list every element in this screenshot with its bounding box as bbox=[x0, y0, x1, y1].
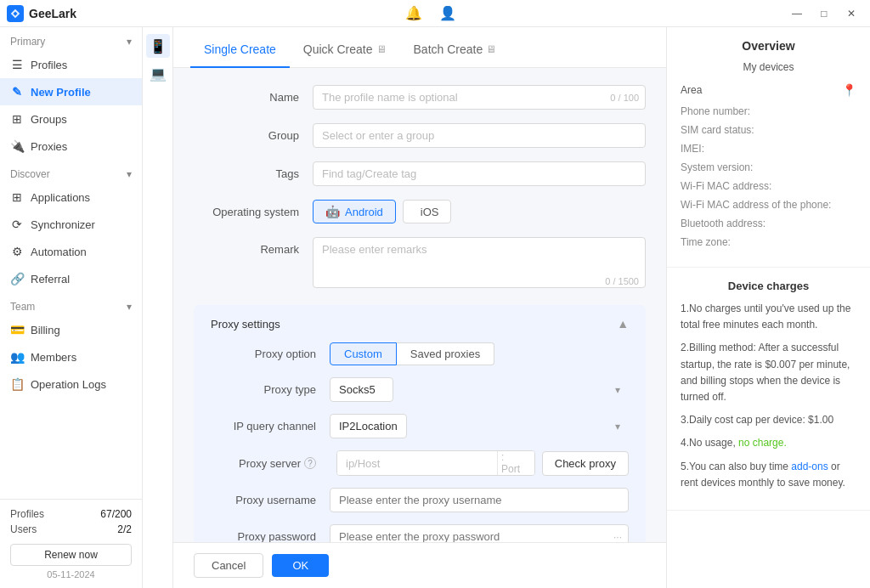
users-count-label: Users bbox=[10, 523, 37, 535]
charge-item-1: 1.No charges until you've used up the to… bbox=[681, 301, 856, 333]
sidebar-label-automation: Automation bbox=[31, 246, 87, 258]
timezone-row: Time zone: bbox=[681, 236, 856, 248]
ip-query-label: IP query channel bbox=[211, 420, 330, 433]
name-control: 0 / 100 bbox=[313, 85, 646, 110]
tags-input[interactable] bbox=[313, 161, 646, 186]
phone-device-button[interactable]: 📱 bbox=[146, 34, 170, 58]
ok-button[interactable]: OK bbox=[272, 554, 329, 577]
group-label: Group bbox=[194, 123, 313, 142]
sidebar-item-members[interactable]: 👥 Members bbox=[0, 343, 142, 370]
name-label: Name bbox=[194, 85, 313, 104]
remark-label: Remark bbox=[194, 237, 313, 256]
sidebar-item-proxies[interactable]: 🔌 Proxies bbox=[0, 133, 142, 160]
sidebar-section-primary: Primary ▾ bbox=[0, 27, 142, 51]
server-host-input[interactable] bbox=[337, 451, 497, 475]
password-toggle-icon[interactable]: ··· bbox=[613, 531, 622, 543]
sidebar-section-team: Team ▾ bbox=[0, 292, 142, 316]
billing-icon: 💳 bbox=[10, 323, 24, 336]
tags-label: Tags bbox=[194, 161, 313, 180]
location-icon[interactable]: 📍 bbox=[842, 83, 856, 97]
cancel-button[interactable]: Cancel bbox=[194, 553, 263, 578]
proxy-username-row: Proxy username bbox=[211, 488, 629, 512]
charge-item-3: 3.Daily cost cap per device: $1.00 bbox=[681, 412, 856, 428]
sidebar-label-referral: Referral bbox=[31, 273, 70, 286]
proxy-username-input[interactable] bbox=[330, 488, 629, 512]
proxy-password-label: Proxy password bbox=[211, 530, 330, 542]
server-port-input[interactable] bbox=[523, 451, 535, 475]
profiles-icon: ☰ bbox=[10, 58, 24, 71]
sidebar-label-groups: Groups bbox=[31, 113, 67, 126]
quick-create-icon: 🖥 bbox=[376, 43, 387, 55]
ip-query-select-wrapper: IP2Location IPinfo ipapi bbox=[330, 414, 629, 438]
charge-item-5: 5.You can also buy time add-ons or rent … bbox=[681, 459, 856, 491]
profiles-count-label: Profiles bbox=[10, 508, 44, 520]
wifi-mac-phone-row: Wi-Fi MAC address of the phone: bbox=[681, 199, 856, 211]
sidebar-label-new-profile: New Profile bbox=[31, 86, 91, 99]
device-charges-section: Device charges 1.No charges until you've… bbox=[667, 268, 870, 511]
notification-icon[interactable]: 🔔 bbox=[402, 2, 426, 25]
proxy-settings-section: Proxy settings ▲ Proxy option Custom Sav… bbox=[194, 305, 646, 542]
tags-control bbox=[313, 161, 646, 186]
maximize-button[interactable]: □ bbox=[812, 4, 836, 23]
remark-input[interactable] bbox=[313, 237, 646, 288]
group-input[interactable] bbox=[313, 123, 646, 148]
os-row: Operating system 🤖 Android iOS bbox=[194, 200, 646, 223]
ip-query-select[interactable]: IP2Location IPinfo ipapi bbox=[330, 414, 407, 438]
sidebar-item-applications[interactable]: ⊞ Applications bbox=[0, 184, 142, 211]
custom-proxy-button[interactable]: Custom bbox=[330, 342, 397, 365]
os-label: Operating system bbox=[194, 200, 313, 218]
app-logo bbox=[7, 5, 24, 22]
remark-count: 0 / 1500 bbox=[605, 276, 639, 286]
renew-button[interactable]: Renew now bbox=[10, 544, 132, 566]
proxy-type-select[interactable]: Socks5 HTTP HTTPS SOCKS4 bbox=[330, 377, 393, 402]
sidebar-item-billing[interactable]: 💳 Billing bbox=[0, 316, 142, 343]
profiles-count-value: 67/200 bbox=[100, 508, 132, 520]
bluetooth-row: Bluetooth address: bbox=[681, 218, 856, 229]
content-area: 📱 💻 Single Create Quick Create 🖥 Batch C… bbox=[143, 27, 870, 588]
timezone-label: Time zone: bbox=[681, 236, 731, 248]
sidebar-item-profiles[interactable]: ☰ Profiles bbox=[0, 51, 142, 78]
minimize-button[interactable]: — bbox=[785, 4, 809, 23]
tab-quick-create[interactable]: Quick Create 🖥 bbox=[290, 32, 400, 68]
device-switcher: 📱 💻 bbox=[143, 27, 173, 588]
proxies-icon: 🔌 bbox=[10, 139, 24, 153]
automation-icon: ⚙ bbox=[10, 245, 24, 258]
user-icon[interactable]: 👤 bbox=[436, 2, 460, 25]
sidebar-item-referral[interactable]: 🔗 Referral bbox=[0, 265, 142, 292]
wifi-mac-label: Wi-Fi MAC address: bbox=[681, 180, 771, 192]
close-button[interactable]: ✕ bbox=[839, 4, 863, 23]
sim-card-row: SIM card status: bbox=[681, 124, 856, 136]
tab-single-create[interactable]: Single Create bbox=[190, 32, 290, 68]
sidebar-item-new-profile[interactable]: ✎ New Profile bbox=[0, 78, 142, 105]
app-body: Primary ▾ ☰ Profiles ✎ New Profile ⊞ Gro… bbox=[0, 27, 870, 588]
proxy-password-row: Proxy password ··· bbox=[211, 524, 629, 542]
bluetooth-label: Bluetooth address: bbox=[681, 218, 765, 229]
system-version-label: System version: bbox=[681, 161, 753, 173]
name-row: Name 0 / 100 bbox=[194, 85, 646, 110]
new-profile-icon: ✎ bbox=[10, 85, 24, 99]
proxy-password-input[interactable] bbox=[330, 524, 629, 542]
android-button[interactable]: 🤖 Android bbox=[313, 200, 396, 223]
proxy-option-label: Proxy option bbox=[211, 348, 330, 360]
sidebar-item-groups[interactable]: ⊞ Groups bbox=[0, 105, 142, 133]
sidebar-label-applications: Applications bbox=[31, 191, 90, 204]
overview-section: Overview My devices Area 📍 Phone number:… bbox=[667, 27, 870, 268]
area-row: Area 📍 bbox=[681, 83, 856, 97]
sidebar-item-synchronizer[interactable]: ⟳ Synchronizer bbox=[0, 211, 142, 238]
tab-batch-create[interactable]: Batch Create 🖥 bbox=[400, 32, 511, 68]
sim-card-label: SIM card status: bbox=[681, 124, 754, 136]
sidebar-item-operation-logs[interactable]: 📋 Operation Logs bbox=[0, 370, 142, 398]
wifi-mac-phone-label: Wi-Fi MAC address of the phone: bbox=[681, 199, 831, 211]
right-panel: Overview My devices Area 📍 Phone number:… bbox=[666, 27, 870, 588]
ios-button[interactable]: iOS bbox=[403, 200, 452, 223]
proxy-server-help-icon[interactable]: ? bbox=[304, 457, 316, 469]
sidebar-item-automation[interactable]: ⚙ Automation bbox=[0, 238, 142, 265]
tablet-device-button[interactable]: 💻 bbox=[146, 61, 170, 85]
os-control: 🤖 Android iOS bbox=[313, 200, 646, 223]
check-proxy-button[interactable]: Check proxy bbox=[542, 451, 629, 476]
tags-row: Tags bbox=[194, 161, 646, 186]
server-input-group: : Port bbox=[336, 450, 535, 476]
saved-proxies-button[interactable]: Saved proxies bbox=[397, 342, 494, 365]
proxy-toggle-icon[interactable]: ▲ bbox=[617, 317, 629, 331]
name-input[interactable] bbox=[313, 85, 646, 110]
